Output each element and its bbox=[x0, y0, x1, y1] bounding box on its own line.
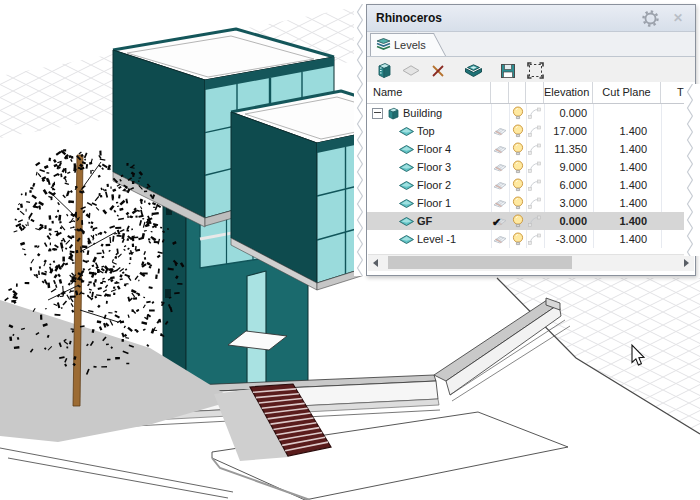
panel-titlebar[interactable]: Rhinoceros ✕ bbox=[367, 5, 695, 32]
section-cell[interactable] bbox=[526, 230, 544, 248]
section-arc-icon bbox=[528, 107, 542, 119]
tab-levels-label: Levels bbox=[394, 39, 426, 51]
red-x-icon bbox=[430, 63, 446, 79]
duplicate-level-button[interactable] bbox=[463, 61, 483, 81]
section-arc-icon bbox=[528, 179, 542, 191]
section-cell[interactable] bbox=[526, 212, 544, 230]
plan-view-cell[interactable]: ✔ bbox=[491, 212, 509, 230]
cutplane-value[interactable]: 1.400 bbox=[593, 194, 661, 212]
plan-view-icon bbox=[493, 162, 507, 173]
lightbulb-icon bbox=[512, 178, 524, 192]
visibility-cell[interactable] bbox=[509, 230, 526, 248]
level-name: Level -1 bbox=[417, 230, 456, 248]
cutplane-value[interactable]: 1.400 bbox=[593, 122, 661, 140]
level-name: Floor 1 bbox=[417, 194, 451, 212]
visibility-cell[interactable] bbox=[509, 176, 526, 194]
elevation-value[interactable]: 0.000 bbox=[544, 212, 593, 230]
select-objects-button[interactable] bbox=[525, 61, 545, 81]
expander-icon[interactable] bbox=[372, 108, 383, 119]
scroll-right-arrow-icon[interactable] bbox=[684, 259, 689, 267]
plan-view-cell[interactable]: ✔ bbox=[491, 194, 509, 212]
section-cell[interactable] bbox=[526, 122, 544, 140]
lightbulb-icon bbox=[512, 214, 524, 228]
cutplane-value[interactable]: 1.400 bbox=[593, 140, 661, 158]
section-cell[interactable] bbox=[526, 194, 544, 212]
torn-edge-left bbox=[354, 4, 366, 276]
new-building-button[interactable] bbox=[374, 61, 394, 81]
rhinoceros-levels-panel: Rhinoceros ✕ bbox=[366, 4, 696, 276]
elevation-value[interactable]: 9.000 bbox=[544, 158, 593, 176]
visibility-cell[interactable] bbox=[509, 194, 526, 212]
level-icon bbox=[399, 127, 414, 136]
tab-levels[interactable]: Levels bbox=[370, 33, 431, 56]
elevation-value[interactable]: 11.350 bbox=[544, 140, 593, 158]
level-icon bbox=[399, 199, 414, 208]
visibility-cell[interactable] bbox=[509, 158, 526, 176]
visibility-cell[interactable] bbox=[509, 104, 526, 122]
cutplane-value[interactable]: 1.400 bbox=[593, 230, 661, 248]
building-icon bbox=[387, 107, 400, 120]
section-cell[interactable] bbox=[526, 104, 544, 122]
level-row[interactable]: Floor 2 ✔ 6.000 1.400 bbox=[367, 176, 695, 194]
elevation-value[interactable]: 17.000 bbox=[544, 122, 593, 140]
plan-view-cell[interactable]: ✔ bbox=[491, 230, 509, 248]
layers-icon bbox=[376, 38, 391, 53]
elevation-value[interactable]: 6.000 bbox=[544, 176, 593, 194]
level-name: Building bbox=[403, 104, 442, 122]
plan-view-icon bbox=[493, 180, 507, 191]
scroll-left-arrow-icon[interactable] bbox=[373, 259, 378, 267]
level-row[interactable]: GF ✔ 0.000 1.400 bbox=[367, 212, 695, 230]
elevation-value[interactable]: -3.000 bbox=[544, 230, 593, 248]
level-row[interactable]: Floor 3 ✔ 9.000 1.400 bbox=[367, 158, 695, 176]
level-row[interactable]: Floor 4 ✔ 11.350 1.400 bbox=[367, 140, 695, 158]
level-row[interactable]: Building ✔ 0.000 bbox=[367, 104, 695, 122]
level-row[interactable]: Floor 1 ✔ 3.000 1.400 bbox=[367, 194, 695, 212]
save-levels-button[interactable] bbox=[498, 61, 518, 81]
plan-view-icon bbox=[493, 144, 507, 155]
header-plan-view[interactable] bbox=[491, 82, 509, 103]
level-row[interactable]: Level -1 ✔ -3.000 1.400 bbox=[367, 230, 695, 248]
header-cut-plane[interactable]: Cut Plane bbox=[593, 82, 661, 103]
plan-view-cell[interactable]: ✔ bbox=[491, 140, 509, 158]
lightbulb-icon bbox=[512, 160, 524, 174]
delete-level-button[interactable] bbox=[428, 61, 448, 81]
section-cell[interactable] bbox=[526, 158, 544, 176]
scrollbar-thumb[interactable] bbox=[388, 256, 572, 269]
torn-edge-right bbox=[684, 84, 700, 256]
header-visibility[interactable] bbox=[509, 82, 526, 103]
new-level-button[interactable] bbox=[401, 61, 421, 81]
plan-view-cell[interactable]: ✔ bbox=[491, 122, 509, 140]
elevation-value[interactable]: 3.000 bbox=[544, 194, 593, 212]
level-icon bbox=[399, 217, 414, 226]
tray-icon bbox=[464, 63, 483, 78]
plan-view-cell[interactable]: ✔ bbox=[491, 104, 509, 122]
lightbulb-icon bbox=[512, 142, 524, 156]
elevation-value[interactable]: 0.000 bbox=[544, 104, 593, 122]
visibility-cell[interactable] bbox=[509, 212, 526, 230]
building-cube-icon bbox=[376, 62, 393, 79]
section-arc-icon bbox=[528, 125, 542, 137]
floppy-icon bbox=[500, 63, 516, 79]
header-elevation[interactable]: Elevation bbox=[544, 82, 593, 103]
section-cell[interactable] bbox=[526, 176, 544, 194]
cutplane-value[interactable] bbox=[593, 104, 661, 122]
horizontal-scrollbar[interactable] bbox=[368, 254, 694, 271]
visibility-cell[interactable] bbox=[509, 122, 526, 140]
lightbulb-icon bbox=[512, 232, 524, 246]
header-name[interactable]: Name bbox=[367, 82, 491, 103]
plan-view-cell[interactable]: ✔ bbox=[491, 176, 509, 194]
visibility-cell[interactable] bbox=[509, 140, 526, 158]
level-icon bbox=[399, 145, 414, 154]
cutplane-value[interactable]: 1.400 bbox=[593, 176, 661, 194]
cutplane-value[interactable]: 1.400 bbox=[593, 212, 661, 230]
level-row[interactable]: Top ✔ 17.000 1.400 bbox=[367, 122, 695, 140]
plan-view-cell[interactable]: ✔ bbox=[491, 158, 509, 176]
header-section[interactable] bbox=[526, 82, 544, 103]
cutplane-value[interactable]: 1.400 bbox=[593, 158, 661, 176]
application-window: Rhinoceros ✕ bbox=[0, 0, 700, 500]
gear-icon[interactable] bbox=[641, 9, 659, 27]
plan-view-icon bbox=[493, 234, 507, 245]
section-arc-icon bbox=[528, 161, 542, 173]
close-icon[interactable]: ✕ bbox=[669, 9, 687, 27]
section-cell[interactable] bbox=[526, 140, 544, 158]
